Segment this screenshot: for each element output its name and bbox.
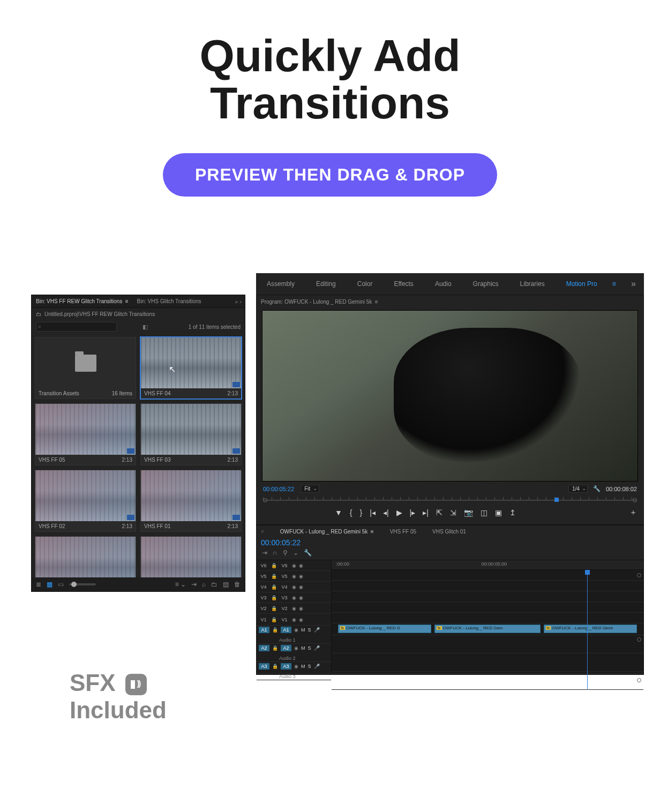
project-bin-panel: Bin: VHS FF REW Glitch Transitions ≡ Bin… (31, 295, 245, 592)
bin-item[interactable]: VHS FF 02 2:13 (35, 470, 136, 532)
timeline-settings-icon[interactable]: ⌄ (293, 549, 298, 557)
export-frame-icon[interactable]: 📷 (464, 508, 473, 517)
bin-item[interactable]: VHS FF 03 2:13 (140, 403, 242, 465)
marker-tool-icon[interactable]: ⚲ (283, 549, 288, 557)
timeline-tab[interactable]: VHS FF 05 (390, 529, 416, 535)
cursor-icon: ↖ (169, 364, 176, 374)
go-to-in-icon[interactable]: |◂ (370, 508, 376, 517)
cta-preview-drag-drop[interactable]: PREVIEW THEN DRAG & DROP (163, 153, 497, 197)
workspace-color[interactable]: Color (347, 280, 384, 288)
list-view-icon[interactable]: ≣ (36, 581, 41, 588)
bin-tab-active[interactable]: Bin: VHS FF REW Glitch Transitions ≡ (32, 298, 133, 304)
v1-track-lane[interactable]: fxOWFUCK - Lulong _ RED G fxOWFUCK - Lul… (332, 623, 643, 635)
workspace-audio[interactable]: Audio (424, 280, 462, 288)
thumbnail-size-slider[interactable] (69, 583, 96, 585)
button-editor-icon[interactable]: ＋ (629, 508, 637, 517)
workspace-libraries[interactable]: Libraries (509, 280, 556, 288)
timeline-panel: × OWFUCK - Lulong _ RED Gemini 5k ≡ VHS … (256, 525, 644, 675)
bin-tab-secondary[interactable]: Bin: VHS Glitch Transitions (133, 298, 206, 304)
workspace-motion-pro[interactable]: Motion Pro (556, 280, 608, 288)
sfx-included-badge: SFX )) Included (70, 670, 167, 724)
zoom-dropdown[interactable]: 1/4 (568, 485, 588, 493)
extract-icon[interactable]: ⇲ (450, 508, 456, 517)
fit-dropdown[interactable]: Fit (301, 485, 319, 493)
hero-title: Quickly Add Transitions (0, 32, 660, 126)
mic-icon[interactable]: 🎤 (314, 627, 320, 633)
timeline-clip[interactable]: fxOWFUCK - Lulong _ RED G (338, 625, 432, 633)
trash-icon[interactable]: 🗑 (234, 581, 241, 588)
bin-item[interactable]: ↖ VHS FF 04 2:13 (140, 337, 242, 399)
automate-icon[interactable]: ⇥ (191, 581, 197, 588)
bin-footer-toolbar: ≣ ▦ ▭ ≡ ⌄ ⇥ ⌕ 🗀 ▤ 🗑 (32, 577, 245, 591)
program-scrub-bar[interactable] (263, 496, 637, 505)
safe-margins-icon[interactable]: ▣ (495, 508, 502, 517)
workspace-effects[interactable]: Effects (383, 280, 424, 288)
new-bin-icon[interactable]: 🗀 (211, 581, 218, 588)
program-timecode[interactable]: 00:00:05:22 (263, 486, 294, 492)
timeline-tab[interactable]: VHS Glitch 01 (432, 529, 466, 535)
timeline-clip[interactable]: fxOWFUCK - Lulong _ RED Gemi (544, 625, 638, 633)
play-icon[interactable]: ▶ (396, 508, 402, 517)
comparison-icon[interactable]: ◫ (481, 508, 488, 517)
bin-item[interactable]: VHS FF 01 2:13 (140, 470, 242, 532)
workspace-editing[interactable]: Editing (305, 280, 347, 288)
bin-search-input[interactable] (36, 322, 117, 332)
program-duration: 00:00:08:02 (606, 486, 637, 492)
bin-breadcrumb: 🗀 Untitled.prproj\VHS FF REW Glitch Tran… (32, 308, 245, 320)
timeline-ruler[interactable]: :00:00 00:00:05:00 (332, 560, 643, 570)
timeline-timecode[interactable]: 00:00:05:22 (257, 537, 643, 548)
folder-icon: 🗀 (36, 311, 41, 317)
track-headers: V6🔒V6◉◉ V5🔒V5◉◉ V4🔒V4◉◉ V3🔒V3◉◉ V2🔒V2◉◉ … (257, 560, 332, 673)
linked-selection-icon[interactable]: ∩ (273, 549, 278, 557)
search-icon: ⌕ (38, 323, 41, 329)
program-viewer[interactable] (262, 310, 638, 482)
freeform-view-icon[interactable]: ▭ (58, 581, 64, 588)
step-forward-icon[interactable]: |▸ (410, 508, 416, 517)
step-back-icon[interactable]: ◂| (383, 508, 389, 517)
marker-icon[interactable]: ▼ (335, 508, 342, 517)
go-to-out-icon[interactable]: ▸| (423, 508, 429, 517)
out-point-icon[interactable]: } (360, 508, 363, 517)
new-item-icon[interactable]: ▤ (223, 581, 229, 588)
timeline-tab[interactable]: OWFUCK - Lulong _ RED Gemini 5k ≡ (280, 529, 374, 535)
find-icon[interactable]: ⌕ (202, 581, 206, 588)
timeline-clip[interactable]: fxOWFUCK - Lulong _ RED Gem (434, 625, 541, 633)
icon-view-icon[interactable]: ▦ (47, 581, 52, 588)
bin-tab-overflow-icon[interactable]: » › (235, 298, 245, 305)
lock-icon[interactable]: 🔒 (271, 563, 277, 568)
in-point-icon[interactable]: { (350, 508, 352, 517)
bin-filter-icon[interactable]: ◧ (142, 324, 148, 330)
toggle-output-icon[interactable]: ◉ (292, 563, 296, 568)
snap-icon[interactable]: ⇥ (262, 549, 267, 557)
sort-icon[interactable]: ≡ ⌄ (175, 581, 186, 588)
bin-item[interactable]: VHS FF 05 2:13 (35, 403, 136, 465)
timeline-playhead[interactable] (587, 570, 588, 690)
playhead-icon[interactable] (554, 498, 559, 502)
bin-item-folder[interactable]: Transition Assets 16 Items (35, 337, 136, 399)
workspace-graphics[interactable]: Graphics (462, 280, 509, 288)
workspace-menu-icon[interactable]: ≡ (608, 280, 620, 288)
workspace-overflow-icon[interactable]: » (623, 279, 644, 289)
program-monitor-panel: Program: OWFUCK - Lulong _ RED Gemini 5k… (256, 295, 644, 525)
export-icon[interactable]: ↥ (509, 508, 516, 517)
eye-icon[interactable]: ◉ (299, 563, 303, 568)
bin-selection-status: 1 of 11 items selected (189, 324, 241, 330)
workspace-assembly[interactable]: Assembly (256, 280, 305, 288)
audio-icon: )) (125, 674, 147, 695)
wrench-icon[interactable]: 🔧 (304, 549, 312, 557)
settings-wrench-icon[interactable]: 🔧 (593, 485, 601, 492)
program-tab[interactable]: Program: OWFUCK - Lulong _ RED Gemini 5k… (261, 299, 378, 305)
workspace-bar: Assembly Editing Color Effects Audio Gra… (256, 273, 644, 295)
audio-source-patch[interactable]: A1 (259, 627, 269, 633)
lift-icon[interactable]: ⇱ (436, 508, 442, 517)
